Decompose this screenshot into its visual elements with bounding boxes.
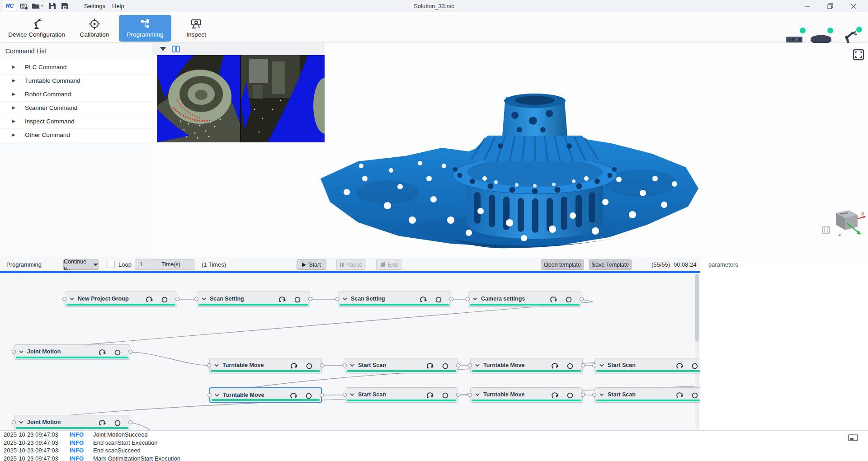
- chevron-down-icon[interactable]: [475, 393, 480, 396]
- run-from-here-icon[interactable]: [551, 362, 559, 369]
- run-from-here-icon[interactable]: [146, 296, 153, 303]
- output-port[interactable]: [308, 297, 312, 301]
- run-from-here-icon[interactable]: [676, 392, 684, 399]
- flow-node[interactable]: Scan Setting: [197, 292, 310, 307]
- run-from-here-icon[interactable]: [278, 296, 286, 303]
- breakpoint-icon[interactable]: [306, 393, 312, 399]
- chevron-down-icon[interactable]: [202, 297, 206, 301]
- chevron-down-icon[interactable]: [350, 363, 354, 367]
- run-from-here-icon[interactable]: [551, 392, 559, 399]
- breakpoint-icon[interactable]: [567, 363, 573, 369]
- chevron-down-icon[interactable]: [350, 393, 354, 396]
- input-port[interactable]: [12, 350, 16, 354]
- command-list-item[interactable]: ▶Other Command: [0, 129, 152, 142]
- expand-caret-icon[interactable]: ▶: [12, 65, 15, 69]
- input-port[interactable]: [343, 393, 347, 397]
- input-port[interactable]: [468, 363, 472, 367]
- input-port[interactable]: [343, 363, 347, 367]
- run-from-here-icon[interactable]: [290, 392, 297, 399]
- restore-button[interactable]: [820, 0, 840, 12]
- flow-node[interactable]: Start Scan: [594, 358, 700, 373]
- input-port[interactable]: [12, 420, 16, 424]
- flow-node[interactable]: Turntable Move: [470, 358, 583, 373]
- run-from-here-icon[interactable]: [290, 362, 298, 369]
- output-port[interactable]: [320, 393, 324, 397]
- breakpoint-icon[interactable]: [567, 392, 573, 399]
- flow-node[interactable]: Turntable Move: [470, 387, 583, 403]
- breakpoint-icon[interactable]: [692, 363, 698, 369]
- preview-collapse-icon[interactable]: [160, 47, 166, 52]
- chevron-down-icon[interactable]: [599, 363, 604, 367]
- run-from-here-icon[interactable]: [426, 392, 434, 399]
- breakpoint-icon[interactable]: [294, 296, 301, 303]
- output-port[interactable]: [320, 363, 324, 367]
- breakpoint-icon[interactable]: [566, 296, 572, 303]
- loop-times-input[interactable]: 1: [140, 261, 143, 268]
- run-from-here-icon[interactable]: [426, 362, 434, 369]
- output-port[interactable]: [581, 393, 585, 397]
- minimize-button[interactable]: [797, 0, 817, 12]
- flow-node[interactable]: Start Scan: [345, 387, 458, 403]
- pause-button[interactable]: Pause: [336, 259, 366, 270]
- expand-caret-icon[interactable]: ▶: [12, 132, 15, 137]
- flow-node[interactable]: New Project Group: [65, 292, 177, 307]
- input-port[interactable]: [592, 363, 596, 367]
- input-port[interactable]: [468, 393, 472, 397]
- chevron-down-icon[interactable]: [599, 393, 604, 396]
- expand-caret-icon[interactable]: ▶: [12, 105, 15, 110]
- flowchart-canvas[interactable]: New Project GroupScan SettingScan Settin…: [0, 273, 700, 430]
- input-port[interactable]: [335, 297, 340, 301]
- split-view-icon[interactable]: [172, 46, 180, 52]
- chevron-down-icon[interactable]: [214, 363, 219, 367]
- flow-node[interactable]: Scan Setting: [338, 292, 451, 307]
- chevron-down-icon[interactable]: [215, 393, 219, 397]
- log-minimize-icon[interactable]: [848, 434, 858, 441]
- camera-preview-right[interactable]: [241, 55, 325, 142]
- breakpoint-icon[interactable]: [306, 363, 312, 369]
- run-from-here-icon[interactable]: [99, 419, 106, 426]
- breakpoint-icon[interactable]: [442, 392, 448, 399]
- input-port[interactable]: [466, 297, 470, 301]
- input-port[interactable]: [62, 297, 66, 301]
- breakpoint-icon[interactable]: [442, 363, 448, 369]
- fullscreen-icon[interactable]: [853, 49, 864, 61]
- expand-caret-icon[interactable]: ▶: [12, 119, 15, 123]
- flow-node[interactable]: Joint Motion: [14, 344, 130, 360]
- chevron-down-icon[interactable]: [19, 350, 24, 353]
- save-template-button[interactable]: Save Template: [589, 259, 632, 270]
- breakpoint-icon[interactable]: [435, 296, 442, 303]
- command-list-item[interactable]: ▶PLC Command: [0, 61, 152, 75]
- input-port[interactable]: [207, 363, 211, 367]
- camera-preview-left[interactable]: [157, 55, 240, 142]
- run-from-here-icon[interactable]: [550, 296, 557, 303]
- tab-inspect[interactable]: Inspect: [178, 15, 214, 42]
- input-port[interactable]: [592, 393, 596, 397]
- start-button[interactable]: Start: [297, 259, 326, 270]
- chevron-down-icon[interactable]: [475, 363, 480, 367]
- flow-node[interactable]: Start Scan: [594, 387, 700, 403]
- breakpoint-icon[interactable]: [692, 392, 698, 399]
- chevron-down-icon[interactable]: [70, 297, 74, 301]
- flow-node[interactable]: Start Scan: [345, 358, 458, 373]
- command-list-item[interactable]: ▶Turntable Command: [0, 75, 152, 88]
- close-button[interactable]: [844, 0, 863, 12]
- output-port[interactable]: [175, 297, 179, 301]
- chevron-down-icon[interactable]: [473, 297, 477, 301]
- command-list-item[interactable]: ▶Inspect Command: [0, 115, 152, 129]
- input-port[interactable]: [194, 297, 198, 301]
- output-port[interactable]: [581, 363, 585, 367]
- run-from-here-icon[interactable]: [99, 349, 106, 356]
- expand-caret-icon[interactable]: ▶: [12, 78, 15, 83]
- breakpoint-icon[interactable]: [114, 349, 121, 356]
- chevron-down-icon[interactable]: [19, 420, 24, 424]
- breakpoint-icon[interactable]: [161, 296, 168, 303]
- tab-programming[interactable]: Programming: [119, 15, 171, 42]
- flowchart-scrollbar[interactable]: [695, 274, 699, 429]
- flow-node[interactable]: Turntable Move: [209, 387, 322, 403]
- command-list-item[interactable]: ▶Robot Command: [0, 88, 152, 102]
- open-template-button[interactable]: Open template: [541, 259, 584, 270]
- flow-node[interactable]: Turntable Move: [209, 358, 322, 373]
- chevron-down-icon[interactable]: [343, 297, 347, 301]
- flow-node[interactable]: Camera settings: [468, 292, 581, 307]
- tab-device-configuration[interactable]: Device Configuration: [1, 15, 72, 42]
